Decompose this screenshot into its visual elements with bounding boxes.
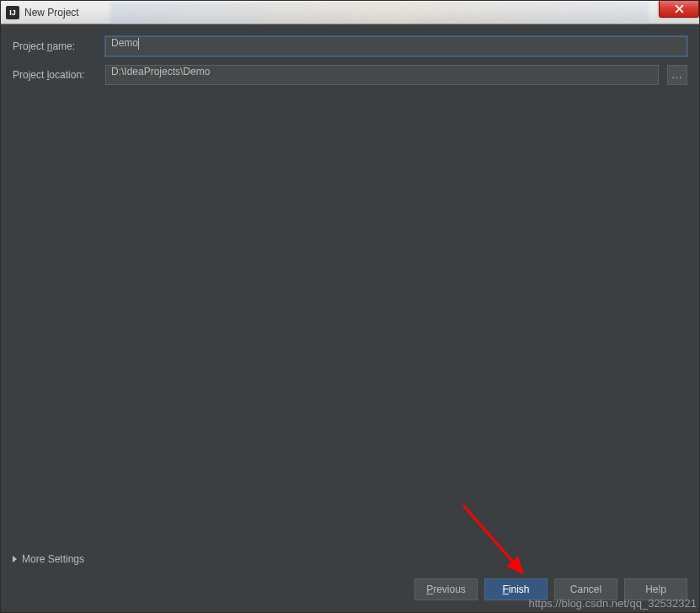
- project-name-label: Project name:: [13, 40, 97, 52]
- project-location-row: Project location: D:\IdeaProjects\Demo .…: [13, 65, 687, 85]
- more-settings-toggle[interactable]: More Settings: [13, 548, 687, 570]
- browse-button[interactable]: ...: [667, 65, 687, 85]
- text-caret: [138, 38, 139, 50]
- project-location-label: Project location:: [13, 69, 97, 81]
- dialog-content: Project name: Demo Project location: D:\…: [1, 24, 699, 612]
- project-name-value: Demo: [111, 37, 138, 49]
- browse-label: ...: [671, 69, 682, 81]
- titlebar: IJ New Project: [1, 1, 699, 24]
- app-icon: IJ: [6, 6, 19, 19]
- close-button[interactable]: [659, 1, 699, 18]
- chevron-right-icon: [13, 556, 17, 562]
- project-name-row: Project name: Demo: [13, 36, 687, 56]
- watermark-text: https://blog.csdn.net/qq_32532321: [529, 597, 697, 610]
- titlebar-background-blur: [110, 1, 649, 24]
- project-name-input[interactable]: Demo: [105, 36, 687, 56]
- window-title: New Project: [24, 7, 79, 19]
- previous-button[interactable]: Previous: [414, 578, 478, 600]
- close-icon: [675, 4, 684, 13]
- spacer: [13, 93, 687, 548]
- project-location-input[interactable]: D:\IdeaProjects\Demo: [105, 65, 659, 85]
- project-location-value: D:\IdeaProjects\Demo: [111, 66, 210, 77]
- button-bar: Previous Finish Cancel Help: [13, 570, 687, 600]
- more-settings-label: More Settings: [22, 553, 84, 565]
